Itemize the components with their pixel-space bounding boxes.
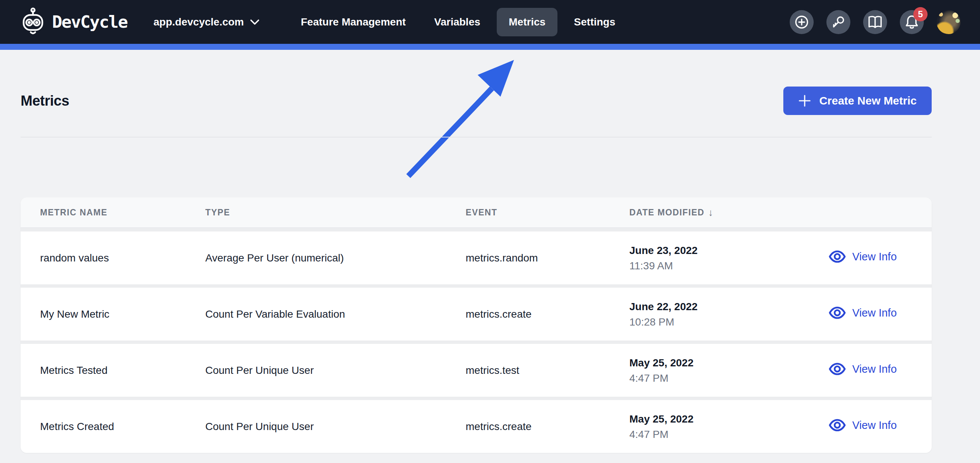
brand[interactable]: DevCycle <box>21 8 127 37</box>
create-new-metric-button-label: Create New Metric <box>819 94 917 107</box>
date-modified-cell: June 22, 2022 10:28 PM <box>629 299 821 329</box>
date-modified-cell: June 23, 2022 11:39 AM <box>629 243 821 274</box>
eye-icon <box>829 306 846 319</box>
brand-wordmark: DevCycle <box>52 12 127 32</box>
column-header-date-modified[interactable]: DATE MODIFIED ↓ <box>629 207 821 218</box>
eye-icon <box>829 363 846 375</box>
view-info-label: View Info <box>852 363 897 375</box>
metric-name-cell: random values <box>40 252 205 264</box>
notification-count-badge: 5 <box>913 7 928 21</box>
nav-utility-area: 5 <box>790 10 961 34</box>
actions-cell: View Info <box>821 419 932 434</box>
page-header: Metrics Create New Metric <box>21 86 932 115</box>
header-divider <box>21 137 932 137</box>
date-value: June 23, 2022 <box>629 243 821 258</box>
column-header-date-modified-label: DATE MODIFIED <box>629 207 705 218</box>
date-value: June 22, 2022 <box>629 299 821 314</box>
column-header-metric-name[interactable]: METRIC NAME <box>40 207 205 218</box>
time-value: 4:47 PM <box>629 426 821 442</box>
plus-icon <box>798 94 811 107</box>
metric-type-cell: Count Per Variable Evaluation <box>205 308 466 320</box>
column-header-event[interactable]: EVENT <box>466 207 629 218</box>
eye-icon <box>829 250 846 263</box>
main-content: Metrics Create New Metric METRIC NAME TY… <box>0 86 980 453</box>
nav-item-settings[interactable]: Settings <box>562 8 627 37</box>
nav-item-variables[interactable]: Variables <box>422 8 492 37</box>
docs-button[interactable] <box>863 10 887 34</box>
column-header-type[interactable]: TYPE <box>205 207 466 218</box>
table-row: random values Average Per User (numerica… <box>21 231 932 284</box>
sort-descending-icon[interactable]: ↓ <box>708 207 714 218</box>
metric-event-cell: metrics.random <box>466 252 629 264</box>
user-avatar[interactable] <box>937 10 961 34</box>
metric-type-cell: Count Per Unique User <box>205 421 466 433</box>
actions-cell: View Info <box>821 363 932 378</box>
date-value: May 25, 2022 <box>629 355 821 371</box>
actions-cell: View Info <box>821 250 932 266</box>
column-header-event-label: EVENT <box>466 207 498 218</box>
view-info-link[interactable]: View Info <box>829 363 897 375</box>
page-title: Metrics <box>21 93 69 109</box>
chevron-down-icon <box>250 19 259 25</box>
view-info-link[interactable]: View Info <box>829 419 897 431</box>
date-modified-cell: May 25, 2022 4:47 PM <box>629 411 821 442</box>
actions-cell: View Info <box>821 306 932 322</box>
date-value: May 25, 2022 <box>629 411 821 426</box>
view-info-label: View Info <box>852 251 897 263</box>
primary-nav-links: Feature Management Variables Metrics Set… <box>289 8 627 37</box>
org-project-selector[interactable]: app.devcycle.com <box>154 16 259 28</box>
table-row: Metrics Tested Count Per Unique User met… <box>21 344 932 397</box>
metric-type-cell: Average Per User (numerical) <box>205 252 466 264</box>
devcycle-robot-logo-icon <box>21 8 45 37</box>
view-info-link[interactable]: View Info <box>829 250 897 263</box>
table-header-row: METRIC NAME TYPE EVENT DATE MODIFIED ↓ <box>21 197 932 228</box>
create-new-metric-button[interactable]: Create New Metric <box>783 86 932 115</box>
top-navigation: DevCycle app.devcycle.com Feature Manage… <box>0 0 980 44</box>
metric-event-cell: metrics.create <box>466 308 629 320</box>
table-row: My New Metric Count Per Variable Evaluat… <box>21 288 932 340</box>
time-value: 4:47 PM <box>629 371 821 386</box>
view-info-label: View Info <box>852 419 897 431</box>
metric-name-cell: Metrics Tested <box>40 364 205 377</box>
metric-name-cell: Metrics Created <box>40 421 205 433</box>
nav-item-metrics[interactable]: Metrics <box>497 8 557 37</box>
metric-name-cell: My New Metric <box>40 308 205 320</box>
eye-icon <box>829 419 846 431</box>
column-header-metric-name-label: METRIC NAME <box>40 207 108 218</box>
org-project-selector-label: app.devcycle.com <box>154 16 244 28</box>
column-header-type-label: TYPE <box>205 207 230 218</box>
date-modified-cell: May 25, 2022 4:47 PM <box>629 355 821 386</box>
metrics-table: METRIC NAME TYPE EVENT DATE MODIFIED ↓ r… <box>21 197 932 453</box>
view-info-link[interactable]: View Info <box>829 306 897 319</box>
metric-event-cell: metrics.test <box>466 364 629 377</box>
key-icon <box>831 15 845 29</box>
time-value: 11:39 AM <box>629 258 821 274</box>
metric-event-cell: metrics.create <box>466 421 629 433</box>
notifications-button[interactable]: 5 <box>900 10 924 34</box>
nav-item-feature-management[interactable]: Feature Management <box>289 8 418 37</box>
add-new-button[interactable] <box>790 10 814 34</box>
table-row: Metrics Created Count Per Unique User me… <box>21 400 932 453</box>
metric-type-cell: Count Per Unique User <box>205 364 466 377</box>
time-value: 10:28 PM <box>629 314 821 329</box>
view-info-label: View Info <box>852 307 897 319</box>
accent-bar <box>0 44 980 50</box>
api-keys-button[interactable] <box>826 10 850 34</box>
plus-circle-icon <box>795 15 809 29</box>
book-icon <box>868 15 883 29</box>
